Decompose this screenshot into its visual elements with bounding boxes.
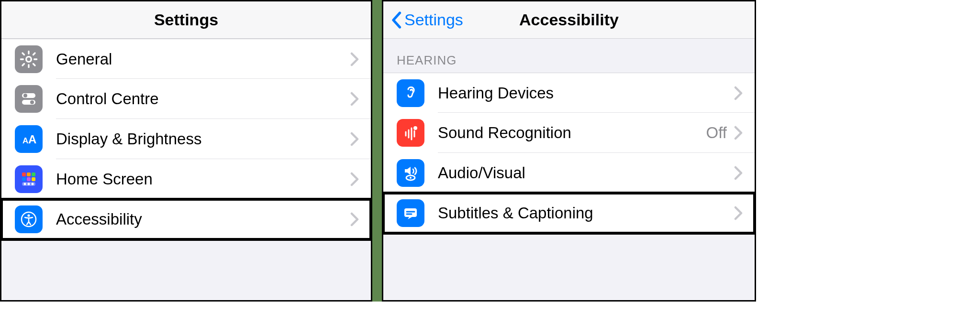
settings-header: Settings [1, 1, 371, 39]
row-audio-visual[interactable]: Audio/Visual [383, 153, 755, 193]
accessibility-icon [15, 205, 43, 233]
chevron-right-icon [350, 212, 359, 227]
settings-title: Settings [1, 11, 371, 29]
speaker-eye-icon [397, 159, 424, 187]
row-home-screen[interactable]: Home Screen [1, 159, 371, 199]
chevron-right-icon [350, 52, 359, 66]
svg-point-25 [410, 177, 412, 179]
sound-wave-icon [397, 119, 424, 147]
chevron-right-icon [350, 132, 359, 146]
chevron-right-icon [734, 166, 743, 180]
app-grid-icon [15, 165, 43, 193]
svg-rect-9 [32, 173, 35, 176]
svg-rect-10 [22, 177, 26, 181]
gear-icon [15, 45, 43, 73]
chevron-right-icon [734, 86, 743, 100]
row-subtitles-captioning-label: Subtitles & Captioning [438, 204, 734, 222]
blank-area [756, 0, 980, 313]
svg-point-0 [26, 56, 32, 62]
svg-rect-26 [404, 208, 417, 217]
row-accessibility-label: Accessibility [56, 210, 350, 228]
captions-icon [397, 199, 424, 227]
panel-divider [372, 0, 382, 302]
svg-point-18 [27, 214, 30, 216]
back-label: Settings [404, 11, 463, 29]
toggles-icon [15, 85, 43, 113]
row-sound-recognition-label: Sound Recognition [438, 124, 706, 142]
row-hearing-devices-label: Hearing Devices [438, 84, 734, 102]
chevron-right-icon [734, 126, 743, 140]
row-control-centre-label: Control Centre [56, 90, 350, 108]
svg-text:A: A [28, 133, 36, 146]
svg-point-4 [30, 100, 34, 104]
row-general[interactable]: General [1, 39, 371, 79]
row-home-screen-label: Home Screen [56, 170, 350, 188]
row-accessibility[interactable]: Accessibility [1, 199, 371, 239]
row-audio-visual-label: Audio/Visual [438, 164, 734, 182]
row-general-label: General [56, 50, 350, 68]
svg-rect-7 [22, 173, 26, 176]
settings-panel: Settings General [0, 0, 372, 302]
accessibility-header: Settings Accessibility [383, 1, 755, 39]
chevron-right-icon [734, 206, 743, 220]
accessibility-list: Hearing Devices Sound Recogniti [383, 73, 755, 233]
svg-point-15 [28, 183, 30, 185]
row-display-brightness-label: Display & Brightness [56, 130, 350, 148]
settings-list: General Control Centre [1, 39, 371, 239]
chevron-left-icon [390, 11, 402, 30]
row-hearing-devices[interactable]: Hearing Devices [383, 73, 755, 113]
section-hearing: Hearing [383, 39, 755, 73]
chevron-right-icon [350, 172, 359, 186]
svg-point-2 [23, 94, 27, 97]
chevron-right-icon [350, 92, 359, 106]
back-button[interactable]: Settings [383, 11, 463, 30]
svg-point-19 [413, 126, 417, 130]
row-control-centre[interactable]: Control Centre [1, 79, 371, 119]
ear-icon [397, 79, 424, 107]
svg-rect-12 [32, 177, 35, 181]
row-sound-recognition-value: Off [706, 124, 727, 142]
accessibility-panel: Settings Accessibility Hearing Hearing D… [382, 0, 756, 302]
row-subtitles-captioning[interactable]: Subtitles & Captioning [383, 193, 755, 233]
row-display-brightness[interactable]: A A Display & Brightness [1, 119, 371, 159]
svg-rect-11 [27, 177, 31, 181]
row-sound-recognition[interactable]: Sound Recognition Off [383, 113, 755, 153]
svg-point-14 [24, 183, 26, 185]
svg-rect-8 [27, 173, 31, 176]
text-size-icon: A A [15, 125, 43, 153]
svg-point-16 [32, 183, 34, 185]
svg-text:A: A [22, 136, 28, 145]
